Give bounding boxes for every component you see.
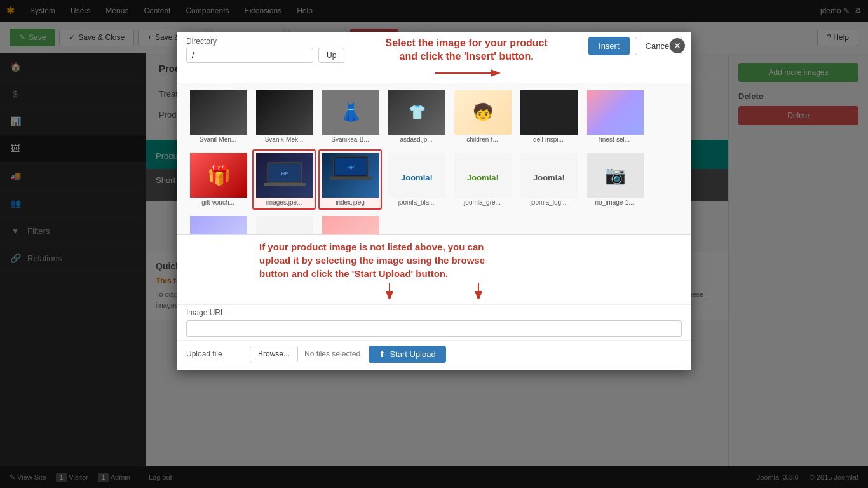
svg-rect-8 bbox=[330, 177, 372, 180]
image-item-partial-2[interactable]: ... bbox=[252, 212, 316, 235]
image-item-partial-1[interactable]: ... bbox=[186, 212, 250, 235]
image-label: children-f... bbox=[454, 136, 510, 143]
image-label: images.jpe... bbox=[256, 199, 312, 206]
image-label: Svanil-Men... bbox=[190, 136, 246, 143]
image-label: gift-vouch... bbox=[190, 199, 246, 206]
directory-row: Up bbox=[186, 48, 344, 63]
image-url-input[interactable] bbox=[186, 320, 682, 337]
directory-input[interactable] bbox=[186, 48, 313, 63]
annotation-insert-text: Select the image for your productand cli… bbox=[357, 37, 576, 64]
image-label: joomla_log... bbox=[520, 199, 576, 206]
annotation-arrows-2 bbox=[339, 280, 529, 299]
directory-label: Directory bbox=[186, 37, 344, 46]
image-item-dell[interactable]: dell-inspi... bbox=[517, 86, 580, 147]
image-label: Svanik-Mek... bbox=[256, 136, 312, 143]
modal-close-button[interactable]: ✕ bbox=[670, 38, 685, 53]
annotation-upload-text: If your product image is not listed abov… bbox=[259, 240, 609, 280]
up-button[interactable]: Up bbox=[318, 48, 344, 63]
upload-icon: ⬆ bbox=[379, 349, 386, 359]
svg-text:HP: HP bbox=[281, 171, 288, 177]
annotation-upload-area: If your product image is not listed abov… bbox=[177, 235, 691, 304]
insert-button[interactable]: Insert bbox=[588, 37, 630, 55]
image-item-svanil-men[interactable]: Svanil-Men... bbox=[186, 86, 250, 147]
modal-action-buttons: Insert Cancel bbox=[588, 37, 682, 55]
image-label: finest-sel... bbox=[587, 136, 642, 143]
image-item-images-jpe[interactable]: HP images.jpe... bbox=[252, 149, 316, 210]
image-item-svanik-mek[interactable]: Svanik-Mek... bbox=[252, 86, 316, 147]
image-item-joomla-log[interactable]: Joomla! joomla_log... bbox=[517, 149, 580, 210]
image-item-svanikea-b[interactable]: 👗 Svanikea-B... bbox=[318, 86, 382, 147]
modal-overlay: ✕ Directory Up Select the image for your… bbox=[0, 0, 868, 488]
no-files-text: No files selected. bbox=[304, 349, 362, 358]
joomla-logo-svg-1: Joomla! bbox=[398, 163, 436, 188]
upload-section: Upload file Browse... No files selected.… bbox=[177, 340, 691, 370]
image-item-partial-3[interactable]: ... bbox=[318, 212, 382, 235]
image-item-no-image[interactable]: 📷 no_image-1... bbox=[583, 149, 646, 210]
blue-laptop-svg: HP bbox=[329, 153, 373, 185]
upload-label: Upload file bbox=[186, 349, 243, 358]
image-label: dell-inspi... bbox=[520, 136, 576, 143]
image-label: no_image-1... bbox=[587, 199, 642, 206]
image-label: Svanikea-B... bbox=[322, 136, 378, 143]
start-upload-button[interactable]: ⬆ Start Upload bbox=[369, 346, 445, 363]
svg-text:Joomla!: Joomla! bbox=[467, 173, 499, 182]
image-url-section: Image URL bbox=[177, 304, 691, 340]
image-label: joomla_gre... bbox=[454, 199, 510, 206]
image-label: asdasd.jp... bbox=[388, 136, 444, 143]
image-url-label: Image URL bbox=[186, 308, 682, 317]
modal-header-row: Directory Up Select the image for your p… bbox=[177, 32, 691, 83]
image-grid: Svanil-Men... Svanik-Mek... 👗 Svanikea-B… bbox=[177, 83, 691, 235]
svg-text:Joomla!: Joomla! bbox=[533, 173, 565, 182]
image-item-children[interactable]: 🧒 children-f... bbox=[451, 86, 514, 147]
svg-text:HP: HP bbox=[347, 165, 354, 170]
image-item-joomla-bla[interactable]: Joomla! joomla_bla... bbox=[384, 149, 448, 210]
annotation-arrow-1 bbox=[428, 64, 505, 83]
modal-dialog: ✕ Directory Up Select the image for your… bbox=[177, 32, 691, 370]
image-item-joomla-gre[interactable]: Joomla! joomla_gre... bbox=[451, 149, 514, 210]
image-item-gift[interactable]: 🎁 gift-vouch... bbox=[186, 149, 250, 210]
browse-button[interactable]: Browse... bbox=[250, 346, 298, 362]
joomla-logo-svg-2: Joomla! bbox=[464, 163, 502, 188]
image-item-asdasd[interactable]: 👕 asdasd.jp... bbox=[384, 86, 448, 147]
joomla-logo-svg-3: Joomla! bbox=[530, 163, 568, 188]
image-item-finest[interactable]: finest-sel... bbox=[583, 86, 646, 147]
image-item-index-jpeg[interactable]: HP index.jpeg bbox=[318, 149, 382, 210]
laptop-svg: HP bbox=[262, 159, 307, 191]
svg-text:Joomla!: Joomla! bbox=[401, 173, 433, 182]
image-label: joomla_bla... bbox=[388, 199, 444, 206]
svg-rect-4 bbox=[264, 183, 306, 186]
image-label: index.jpeg bbox=[322, 199, 378, 206]
